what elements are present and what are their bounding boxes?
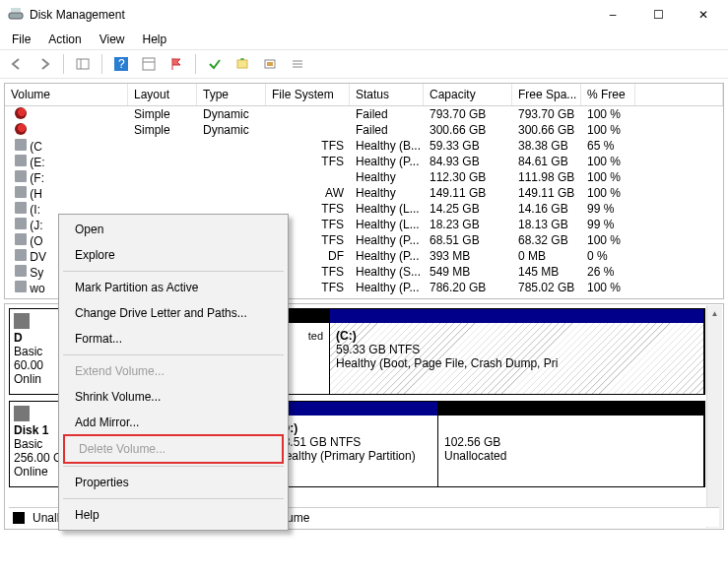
col-free[interactable]: Free Spa... xyxy=(512,84,581,105)
menu-view[interactable]: View xyxy=(92,31,133,48)
partition-status: Healthy (Primary Partition) xyxy=(277,449,416,463)
menu-bar: File Action View Help xyxy=(0,30,728,49)
cell-capacity: 549 MB xyxy=(424,265,512,279)
cell-free: 793.70 GB xyxy=(512,107,581,121)
volume-icon xyxy=(15,155,27,166)
cell-capacity: 149.11 GB xyxy=(424,186,512,200)
ctx-help[interactable]: Help xyxy=(61,502,286,528)
vertical-scrollbar[interactable]: ▲ ▼ xyxy=(706,305,722,528)
cell-capacity: 793.70 GB xyxy=(424,107,512,121)
table-row[interactable]: (HAWHealthy149.11 GB149.11 GB100 % xyxy=(5,185,723,201)
col-volume[interactable]: Volume xyxy=(5,84,128,105)
cell-free: 14.16 GB xyxy=(512,202,581,216)
svg-rect-6 xyxy=(143,58,155,70)
cell-pct: 99 % xyxy=(581,202,635,216)
volume-icon xyxy=(15,139,27,151)
col-fs[interactable]: File System xyxy=(266,84,350,105)
col-capacity[interactable]: Capacity xyxy=(424,84,512,105)
refresh-icon[interactable] xyxy=(232,53,253,75)
cell-status: Failed xyxy=(350,123,424,137)
partition-status: Unallocated xyxy=(444,449,506,463)
volume-icon xyxy=(15,218,27,229)
col-type[interactable]: Type xyxy=(197,84,266,105)
cell-fs: TFS xyxy=(266,155,350,168)
scroll-up-icon[interactable]: ▲ xyxy=(707,305,722,321)
menu-action[interactable]: Action xyxy=(40,31,89,48)
table-row[interactable]: SimpleDynamicFailed300.66 GB300.66 GB100… xyxy=(5,122,723,138)
cell-pct: 0 % xyxy=(581,249,635,263)
cell-layout: Simple xyxy=(128,107,197,121)
cell-capacity: 300.66 GB xyxy=(424,123,512,137)
maximize-button[interactable]: ☐ xyxy=(635,0,681,30)
cell-free: 111.98 GB xyxy=(512,170,581,184)
col-layout[interactable]: Layout xyxy=(128,84,197,105)
app-icon xyxy=(8,7,24,23)
ctx-extend: Extend Volume... xyxy=(61,358,286,384)
disk-1-name: Disk 1 xyxy=(14,423,48,437)
cell-pct: 100 % xyxy=(581,123,635,137)
volume-name: (H xyxy=(30,187,42,201)
ctx-properties[interactable]: Properties xyxy=(61,470,286,495)
partition-size: 59.33 GB NTFS xyxy=(336,343,420,356)
col-status[interactable]: Status xyxy=(350,84,424,105)
disk-1-unallocated[interactable]: 102.56 GB Unallocated xyxy=(438,402,704,486)
cell-status: Failed xyxy=(350,107,424,121)
cell-free: 785.02 GB xyxy=(512,281,581,294)
ctx-change-letter[interactable]: Change Drive Letter and Paths... xyxy=(61,300,286,326)
table-row[interactable]: SimpleDynamicFailed793.70 GB793.70 GB100… xyxy=(5,106,723,122)
volume-name: (J: xyxy=(30,219,42,232)
cell-free: 84.61 GB xyxy=(512,155,581,168)
volume-icon xyxy=(15,233,27,245)
toolbar: ? xyxy=(0,49,728,79)
table-row[interactable]: (CTFSHealthy (B...59.33 GB38.38 GB65 % xyxy=(5,138,723,154)
ctx-add-mirror[interactable]: Add Mirror... xyxy=(61,410,286,435)
cell-pct: 100 % xyxy=(581,107,635,121)
volume-icon xyxy=(15,107,27,119)
flag-icon[interactable] xyxy=(165,53,187,75)
cell-capacity: 59.33 GB xyxy=(424,139,512,153)
volume-name: DV xyxy=(30,250,46,264)
cell-pct: 65 % xyxy=(581,139,635,153)
cell-pct: 100 % xyxy=(581,233,635,247)
ctx-mark-active[interactable]: Mark Partition as Active xyxy=(61,275,286,300)
cell-pct: 100 % xyxy=(581,170,635,184)
window-title: Disk Management xyxy=(30,8,590,22)
show-hide-tree-icon[interactable] xyxy=(72,53,94,75)
volume-icon xyxy=(15,202,27,214)
table-header: Volume Layout Type File System Status Ca… xyxy=(5,84,723,106)
cell-pct: 26 % xyxy=(581,265,635,279)
menu-help[interactable]: Help xyxy=(135,31,175,48)
cell-type: Dynamic xyxy=(197,107,266,121)
cell-status: Healthy (P... xyxy=(350,233,424,247)
table-row[interactable]: (F:Healthy112.30 GB111.98 GB100 % xyxy=(5,169,723,185)
ctx-format[interactable]: Format... xyxy=(61,326,286,352)
volume-name: wo xyxy=(30,282,44,295)
list-icon[interactable] xyxy=(287,53,308,75)
cell-free: 149.11 GB xyxy=(512,186,581,200)
disk-0-part-c[interactable]: (C:) 59.33 GB NTFS Healthy (Boot, Page F… xyxy=(330,309,704,394)
ctx-explore[interactable]: Explore xyxy=(61,242,286,268)
settings-icon[interactable] xyxy=(138,53,160,75)
menu-file[interactable]: File xyxy=(4,31,38,48)
close-button[interactable]: ✕ xyxy=(681,0,726,30)
ctx-open[interactable]: Open xyxy=(61,217,286,242)
context-menu: Open Explore Mark Partition as Active Ch… xyxy=(58,214,289,531)
help-icon[interactable]: ? xyxy=(110,53,132,75)
table-row[interactable]: (E:TFSHealthy (P...84.93 GB84.61 GB100 % xyxy=(5,154,723,169)
col-pct[interactable]: % Free xyxy=(581,84,635,105)
cell-capacity: 786.20 GB xyxy=(424,281,512,294)
cell-capacity: 84.93 GB xyxy=(424,155,512,168)
forward-button[interactable] xyxy=(33,53,55,75)
volume-icon xyxy=(15,123,27,135)
disk-0-name: D xyxy=(14,331,23,345)
cell-fs: TFS xyxy=(266,139,350,153)
back-button[interactable] xyxy=(6,53,28,75)
volume-name: (C xyxy=(30,140,42,154)
disk-1-part-o[interactable]: (O:) 68.51 GB NTFS Healthy (Primary Part… xyxy=(271,402,438,486)
ctx-shrink[interactable]: Shrink Volume... xyxy=(61,384,286,410)
action-icon[interactable] xyxy=(259,53,281,75)
partition-size: 68.51 GB NTFS xyxy=(277,435,361,449)
check-icon[interactable] xyxy=(204,53,226,75)
cell-capacity: 112.30 GB xyxy=(424,170,512,184)
minimize-button[interactable]: – xyxy=(590,0,635,30)
